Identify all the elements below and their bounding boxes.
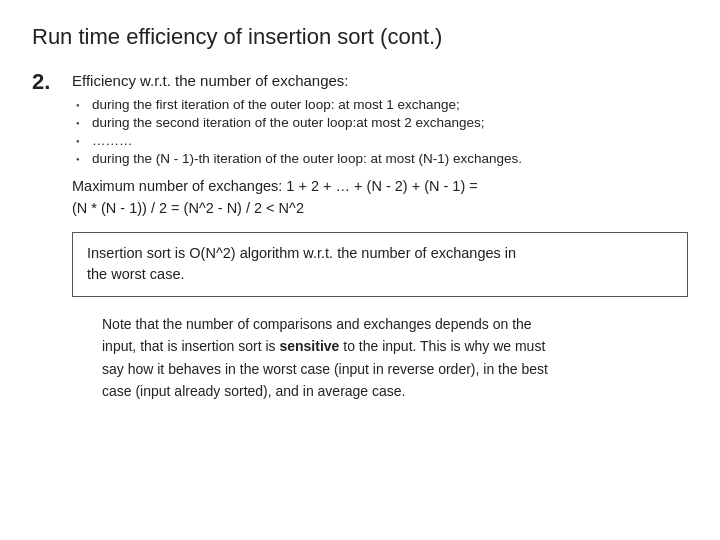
bullet-dot: ●: [76, 120, 92, 126]
boxed-line1: Insertion sort is O(N^2) algorithm w.r.t…: [87, 245, 516, 261]
list-item: ● during the second iteration of the out…: [76, 115, 688, 130]
note-line1: Note that the number of comparisons and …: [102, 316, 532, 332]
section-heading: Efficiency w.r.t. the number of exchange…: [72, 72, 688, 89]
list-item: ● ………: [76, 133, 688, 148]
bullet-text-2: during the second iteration of the outer…: [92, 115, 485, 130]
note-line4: case (input already sorted), and in aver…: [102, 383, 406, 399]
list-item: ● during the (N - 1)-th iteration of the…: [76, 151, 688, 166]
note-line3: say how it behaves in the worst case (in…: [102, 361, 548, 377]
max-exchanges-line1: Maximum number of exchanges: 1 + 2 + … +…: [72, 178, 478, 194]
note-line2-suffix: to the input. This is why we must: [339, 338, 545, 354]
page-title: Run time efficiency of insertion sort (c…: [32, 24, 688, 50]
section-content: Efficiency w.r.t. the number of exchange…: [72, 72, 688, 403]
bullet-dot: ●: [76, 156, 92, 162]
bullet-dot: ●: [76, 138, 92, 144]
note-line2-bold: sensitive: [279, 338, 339, 354]
bullet-text-1: during the first iteration of the outer …: [92, 97, 460, 112]
note-line2-prefix: input, that is insertion sort is: [102, 338, 279, 354]
max-exchanges: Maximum number of exchanges: 1 + 2 + … +…: [72, 176, 688, 220]
bullet-dot: ●: [76, 102, 92, 108]
bullet-text-3: ………: [92, 133, 133, 148]
boxed-line2: the worst case.: [87, 266, 185, 282]
boxed-conclusion: Insertion sort is O(N^2) algorithm w.r.t…: [72, 232, 688, 298]
section-2: 2. Efficiency w.r.t. the number of excha…: [32, 72, 688, 403]
max-exchanges-line2: (N * (N - 1)) / 2 = (N^2 - N) / 2 < N^2: [72, 200, 304, 216]
note-block: Note that the number of comparisons and …: [72, 313, 688, 403]
bullet-text-4: during the (N - 1)-th iteration of the o…: [92, 151, 522, 166]
section-number: 2.: [32, 69, 72, 95]
bullet-list: ● during the first iteration of the oute…: [72, 97, 688, 166]
list-item: ● during the first iteration of the oute…: [76, 97, 688, 112]
